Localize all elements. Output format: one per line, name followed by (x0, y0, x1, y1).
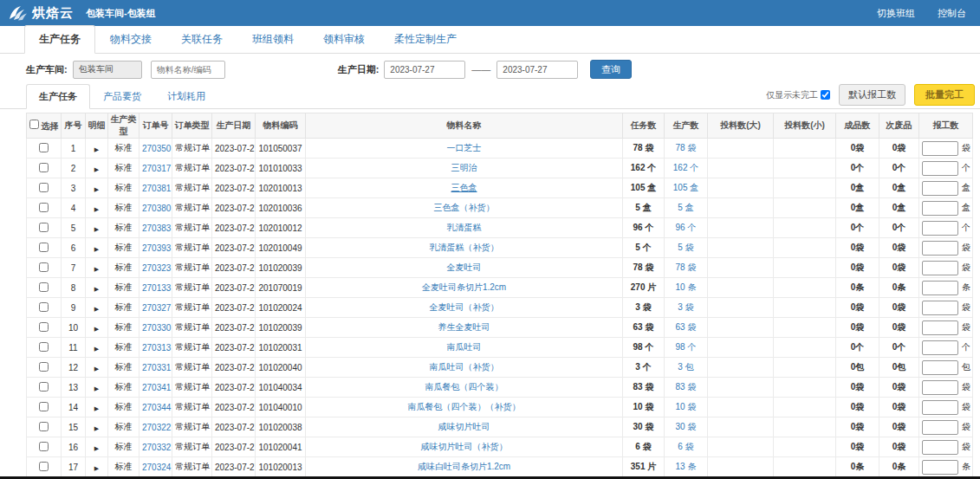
row-material-name-link[interactable]: 南瓜餐包（四个装）（补货） (408, 402, 521, 411)
row-select-checkbox[interactable] (39, 402, 49, 411)
row-report-input[interactable] (922, 460, 958, 475)
row-select-checkbox[interactable] (39, 203, 49, 212)
row-material-name-link[interactable]: 三明治 (451, 163, 477, 172)
row-report-input[interactable] (922, 241, 958, 256)
row-order-link[interactable]: 270313 (142, 343, 171, 353)
row-material-name-link[interactable]: 三色盒 (451, 183, 477, 192)
row-order-link[interactable]: 270350 (142, 144, 171, 153)
row-select-checkbox[interactable] (39, 282, 49, 292)
row-expand-icon[interactable]: ▶ (94, 306, 99, 312)
row-order-link[interactable]: 270381 (142, 184, 171, 193)
switch-team-link[interactable]: 切换班组 (877, 7, 915, 20)
row-material-name-link[interactable]: 三色盒（补货） (434, 203, 495, 212)
main-tab[interactable]: 物料交接 (95, 25, 166, 54)
row-report-input[interactable] (922, 440, 958, 455)
row-material-name-link[interactable]: 乳清蛋糕 (447, 223, 482, 232)
row-order-link[interactable]: 270383 (142, 223, 171, 233)
row-report-input[interactable] (922, 141, 958, 156)
row-order-link[interactable]: 270133 (142, 283, 171, 293)
row-order-link[interactable]: 270323 (142, 263, 171, 273)
row-report-input[interactable] (922, 380, 958, 395)
row-report-input[interactable] (922, 420, 958, 435)
row-material-name-link[interactable]: 咸味白吐司条切片1.2cm (418, 462, 510, 471)
only-unfinished-checkbox[interactable] (821, 90, 830, 100)
row-order-link[interactable]: 270322 (142, 423, 171, 432)
row-report-input[interactable] (922, 400, 958, 415)
row-select-checkbox[interactable] (39, 262, 49, 272)
row-select-checkbox[interactable] (39, 163, 49, 172)
row-order-link[interactable]: 270317 (142, 164, 171, 173)
row-report-input[interactable] (922, 281, 958, 295)
row-material-name-link[interactable]: 养生全麦吐司 (438, 322, 490, 332)
row-order-link[interactable]: 270327 (142, 303, 171, 313)
row-select-checkbox[interactable] (39, 342, 49, 352)
row-material-name-link[interactable]: 一口芝士 (447, 143, 482, 152)
row-expand-icon[interactable]: ▶ (94, 465, 99, 471)
row-material-name-link[interactable]: 乳清蛋糕（补货） (430, 243, 499, 252)
row-select-checkbox[interactable] (39, 223, 49, 232)
row-expand-icon[interactable]: ▶ (94, 366, 99, 372)
row-material-name-link[interactable]: 全麦吐司 (447, 262, 482, 272)
main-tab[interactable]: 领料审核 (308, 25, 380, 54)
row-expand-icon[interactable]: ▶ (94, 425, 99, 431)
row-expand-icon[interactable]: ▶ (94, 286, 99, 292)
row-report-input[interactable] (922, 320, 958, 335)
row-select-checkbox[interactable] (39, 302, 49, 312)
main-tab[interactable]: 关联任务 (166, 25, 237, 54)
row-select-checkbox[interactable] (39, 322, 49, 332)
main-tab[interactable]: 班组领料 (237, 25, 308, 54)
row-material-name-link[interactable]: 南瓜吐司（补货） (430, 362, 499, 372)
row-select-checkbox[interactable] (39, 422, 49, 431)
row-order-link[interactable]: 270344 (142, 403, 171, 412)
row-select-checkbox[interactable] (39, 382, 49, 392)
only-unfinished-toggle[interactable]: 仅显示未完工 (766, 89, 830, 101)
row-material-name-link[interactable]: 咸味切片吐司（补货） (421, 442, 508, 451)
row-report-input[interactable] (922, 161, 958, 176)
row-report-input[interactable] (922, 360, 958, 375)
row-order-link[interactable]: 270332 (142, 443, 171, 452)
row-select-checkbox[interactable] (39, 183, 49, 192)
date-from-input[interactable] (384, 61, 465, 79)
row-order-link[interactable]: 270331 (142, 363, 171, 372)
row-order-link[interactable]: 270324 (142, 463, 171, 472)
row-select-checkbox[interactable] (39, 462, 49, 471)
console-link[interactable]: 控制台 (938, 7, 966, 20)
sub-tab[interactable]: 计划耗用 (154, 84, 218, 109)
row-expand-icon[interactable]: ▶ (94, 166, 99, 172)
row-expand-icon[interactable]: ▶ (94, 246, 99, 252)
sub-tab[interactable]: 产品要货 (90, 84, 154, 109)
row-material-name-link[interactable]: 咸味切片吐司 (438, 422, 490, 431)
row-expand-icon[interactable]: ▶ (94, 226, 99, 232)
row-report-input[interactable] (922, 340, 958, 355)
row-select-checkbox[interactable] (39, 243, 49, 252)
date-to-input[interactable] (496, 61, 578, 79)
row-expand-icon[interactable]: ▶ (94, 206, 99, 212)
default-report-button[interactable]: 默认报工数 (839, 84, 905, 106)
row-expand-icon[interactable]: ▶ (94, 326, 99, 332)
row-order-link[interactable]: 270393 (142, 243, 171, 253)
row-select-checkbox[interactable] (39, 362, 49, 372)
row-material-name-link[interactable]: 全麦吐司条切片1.2cm (422, 282, 506, 292)
row-expand-icon[interactable]: ▶ (94, 346, 99, 352)
row-expand-icon[interactable]: ▶ (94, 385, 99, 392)
sub-tab[interactable]: 生产任务 (26, 84, 90, 109)
row-expand-icon[interactable]: ▶ (94, 146, 99, 152)
row-report-input[interactable] (922, 261, 958, 275)
row-report-input[interactable] (922, 181, 958, 196)
select-all-checkbox[interactable] (29, 120, 39, 129)
batch-finish-button[interactable]: 批量完工 (914, 84, 975, 106)
row-report-input[interactable] (922, 301, 958, 315)
row-material-name-link[interactable]: 南瓜吐司 (447, 342, 482, 352)
row-select-checkbox[interactable] (39, 442, 49, 451)
row-expand-icon[interactable]: ▶ (94, 186, 99, 192)
main-tab[interactable]: 生产任务 (24, 25, 95, 54)
row-material-name-link[interactable]: 全麦吐司（补货） (430, 302, 499, 312)
row-report-input[interactable] (922, 201, 958, 216)
row-order-link[interactable]: 270330 (142, 323, 171, 333)
row-report-input[interactable] (922, 221, 958, 236)
row-expand-icon[interactable]: ▶ (94, 405, 99, 411)
workshop-filter-input[interactable] (73, 61, 142, 79)
row-order-link[interactable]: 270380 (142, 204, 171, 213)
row-select-checkbox[interactable] (39, 143, 49, 152)
main-tab[interactable]: 柔性定制生产 (380, 25, 471, 54)
